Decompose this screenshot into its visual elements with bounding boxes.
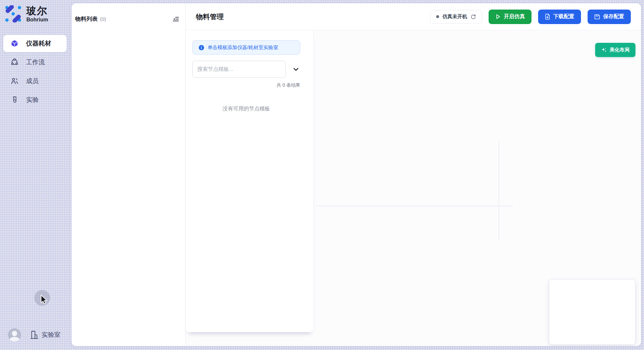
materials-list-header: 物料列表 (0) (72, 3, 185, 23)
avatar[interactable] (8, 328, 21, 341)
sidebar-item-members[interactable]: 成员 (0, 73, 72, 90)
bohrium-logo-icon (5, 5, 22, 22)
status-dot-icon (436, 15, 439, 18)
sidebar-item-label: 实验 (26, 96, 39, 104)
sidebar-item-instruments[interactable]: 仪器耗材 (3, 35, 67, 52)
app-root: 玻尔 Bohrium 仪器耗材 (0, 0, 644, 350)
beautify-layout-button[interactable]: 美化布局 (595, 43, 635, 57)
sidebar-item-label: 成员 (26, 77, 39, 85)
test-tube-icon (11, 96, 18, 104)
brand-text: 玻尔 Bohrium (26, 5, 48, 23)
sidebar-item-label: 工作流 (26, 58, 45, 67)
result-count: 共 0 条结果 (192, 82, 300, 88)
brand-name-en: Bohrium (26, 17, 48, 23)
brand-logo: 玻尔 Bohrium (5, 5, 48, 23)
content-header: 物料管理 仿真未开机 开启仿真 (186, 3, 641, 30)
simulation-status-label: 仿真未开机 (442, 14, 467, 20)
template-search-row (192, 61, 300, 78)
node-template-panel: 单击模板添加仪器/耗材至实验室 共 0 条结果 没有可用的节点模板 (186, 30, 314, 332)
refresh-icon[interactable] (470, 14, 476, 19)
sidebar: 玻尔 Bohrium 仪器耗材 (0, 0, 72, 350)
sparkles-icon (601, 47, 607, 53)
template-hint-text: 单击模板添加仪器/耗材至实验室 (208, 44, 278, 51)
sidebar-item-workflow[interactable]: 工作流 (0, 54, 72, 71)
sidebar-item-label: 仪器耗材 (26, 39, 51, 48)
sidebar-item-experiments[interactable]: 实验 (0, 91, 72, 108)
materials-list-count: (0) (100, 16, 106, 22)
simulation-status-pill[interactable]: 仿真未开机 (430, 10, 482, 24)
beautify-layout-label: 美化布局 (610, 47, 629, 53)
save-config-label: 保存配置 (603, 13, 624, 20)
building-icon (30, 331, 38, 339)
chevron-down-icon[interactable] (292, 65, 300, 73)
empty-template-message: 没有可用的节点模板 (192, 105, 300, 112)
template-search-input[interactable] (192, 61, 286, 78)
members-icon (11, 77, 18, 85)
sidebar-footer: 实验室 (0, 328, 72, 341)
page-title: 物料管理 (196, 12, 224, 21)
collapse-panel-button[interactable] (172, 15, 179, 23)
download-config-label: 下载配置 (553, 13, 574, 20)
canvas-guide-vertical (499, 142, 499, 239)
canvas-guide-horizontal (316, 206, 512, 206)
download-config-button[interactable]: 下载配置 (538, 10, 581, 24)
play-icon (495, 14, 501, 19)
main-container: 物料列表 (0) 物料管理 仿真未开机 (72, 3, 641, 346)
lab-label: 实验室 (42, 331, 60, 339)
info-icon (199, 45, 204, 50)
cube-icon (11, 40, 18, 47)
materials-list-title: 物料列表 (75, 15, 98, 23)
start-simulation-label: 开启仿真 (504, 13, 525, 20)
workflow-icon (11, 58, 18, 66)
template-hint-banner: 单击模板添加仪器/耗材至实验室 (192, 40, 300, 55)
lab-switcher[interactable]: 实验室 (30, 331, 60, 339)
materials-list-panel: 物料列表 (0) (72, 3, 186, 346)
save-config-button[interactable]: 保存配置 (588, 10, 631, 24)
file-download-icon (545, 14, 550, 20)
header-actions: 仿真未开机 开启仿真 (430, 10, 631, 24)
start-simulation-button[interactable]: 开启仿真 (489, 10, 531, 24)
flow-canvas[interactable]: 单击模板添加仪器/耗材至实验室 共 0 条结果 没有可用的节点模板 (186, 30, 641, 346)
mouse-cursor (39, 294, 49, 306)
save-icon (594, 14, 600, 20)
sidebar-nav: 仪器耗材 工作流 (0, 35, 72, 110)
brand-name-cn: 玻尔 (26, 5, 48, 16)
canvas-minimap[interactable] (549, 279, 635, 345)
